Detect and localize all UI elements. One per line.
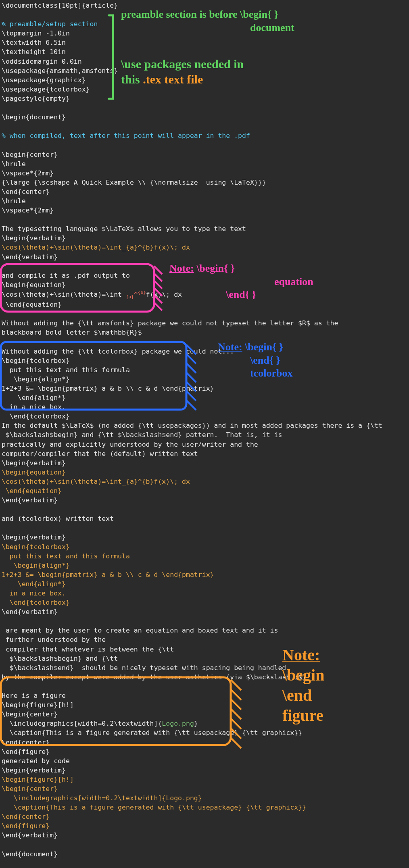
code-line: \begin{verbatim} xyxy=(2,766,407,775)
code-line: \end{center} xyxy=(2,187,407,196)
code-line: \vspace*{2mm} xyxy=(2,169,407,178)
code-line: \end{equation} xyxy=(2,486,407,495)
code-line: \documentclass[10pt]{article} xyxy=(2,1,407,10)
code-line xyxy=(2,337,407,346)
code-line: generated by code xyxy=(2,756,407,766)
code-line: and compile it as .pdf output to xyxy=(2,271,407,280)
code-line: \begin{verbatim} xyxy=(2,458,407,468)
code-line: Here is a figure xyxy=(2,691,407,700)
code-line: compiler that whatever is between the {\… xyxy=(2,645,407,654)
code-line: 1+2+3 &= \begin{pmatrix} a & b \\ c & d … xyxy=(2,384,407,393)
code-line: \caption{This is a figure generated with… xyxy=(2,728,407,737)
code-line: \begin{verbatim} xyxy=(2,533,407,542)
code-line: \end{figure} xyxy=(2,747,407,756)
code-line xyxy=(2,262,407,271)
code-line: % preamble/setup section xyxy=(2,19,407,29)
code-line: put this text and this formula xyxy=(2,552,407,561)
code-line: \hrule xyxy=(2,159,407,169)
code-line: \end{figure} xyxy=(2,821,407,831)
code-line xyxy=(2,616,407,626)
code-line: \usepackage{amsmath,amsfonts} xyxy=(2,66,407,75)
code-line: \usepackage{tcolorbox} xyxy=(2,85,407,94)
code-line xyxy=(2,122,407,131)
code-line xyxy=(2,682,407,691)
code-line: computer/compiler that the (default) wri… xyxy=(2,449,407,458)
code-line: 1+2+3 &= \begin{pmatrix} a & b \\ c & d … xyxy=(2,570,407,579)
code-line: \end{document} xyxy=(2,849,407,859)
code-line: \begin{equation} xyxy=(2,280,407,289)
code-line: \begin{align*} xyxy=(2,561,407,570)
code-line: \cos(\theta)+\sin(\theta)=\int {a}^{b}f(… xyxy=(2,289,407,300)
code-line: \begin{figure}[h!] xyxy=(2,775,407,784)
code-line: \topmargin -1.0in xyxy=(2,29,407,38)
code-line: in a nice box. xyxy=(2,589,407,598)
code-line: \begin{center} xyxy=(2,784,407,793)
code-line: \includegraphics[width=0.2\textwidth]{Lo… xyxy=(2,793,407,803)
code-line xyxy=(2,10,407,19)
code-line: \begin{tcolorbox} xyxy=(2,356,407,365)
code-line: in a nice box. xyxy=(2,402,407,412)
code-line: $\backslash$end} should be nicely typese… xyxy=(2,663,407,672)
code-line xyxy=(2,215,407,224)
code-line: \end{tcolorbox} xyxy=(2,598,407,607)
code-line: $\backslash$begin} and {\tt $\backslash$… xyxy=(2,430,407,439)
code-line: Without adding the {\tt amsfonts} packag… xyxy=(2,318,407,328)
code-line xyxy=(2,505,407,514)
code-line: and (tcolorbox) written text xyxy=(2,514,407,523)
code-line: \begin{verbatim} xyxy=(2,233,407,243)
code-line: \usepackage{graphicx} xyxy=(2,75,407,85)
code-line: % when compiled, text after this point w… xyxy=(2,131,407,140)
code-line xyxy=(2,840,407,849)
code-line: Without adding the {\tt tcolorbox} packa… xyxy=(2,347,407,356)
code-line: \hrule xyxy=(2,196,407,206)
code-line: \begin{figure}[h!] xyxy=(2,700,407,710)
code-line: \end{verbatim} xyxy=(2,607,407,616)
code-line xyxy=(2,309,407,318)
code-line: \end{align*} xyxy=(2,393,407,402)
code-line: further understood by the xyxy=(2,635,407,644)
code-listing: \documentclass[10pt]{article} % preamble… xyxy=(2,1,407,859)
code-line: \begin{tcolorbox} xyxy=(2,542,407,552)
code-line: \vspace*{2mm} xyxy=(2,206,407,215)
code-line: \oddsidemargin 0.0in xyxy=(2,57,407,66)
code-line: The typesetting language $\LaTeX$ allows… xyxy=(2,224,407,233)
code-line: {\large {\scshape A Quick Example \\ {\n… xyxy=(2,178,407,187)
code-line: blackboard bold letter $\mathbb{R}$ xyxy=(2,328,407,337)
code-line: \begin{document} xyxy=(2,112,407,122)
code-line: \end{equation} xyxy=(2,300,407,309)
code-line: \caption{This is a figure generated with… xyxy=(2,803,407,812)
code-line xyxy=(2,140,407,150)
code-line: \includegraphics[width=0.2\textwidth]{Lo… xyxy=(2,719,407,728)
code-line: In the default $\LaTeX$ (no added {\tt u… xyxy=(2,421,407,430)
code-line: \cos(\theta)+\sin(\theta)=\int_{a}^{b}f(… xyxy=(2,477,407,486)
code-line: \end{verbatim} xyxy=(2,252,407,262)
code-line: \begin{center} xyxy=(2,710,407,719)
code-line: by the compiler except were added by the… xyxy=(2,672,407,682)
code-line: \begin{align*} xyxy=(2,375,407,384)
code-line xyxy=(2,103,407,112)
code-line: \end{verbatim} xyxy=(2,831,407,840)
code-line: $\backslash$begin} and {\tt xyxy=(2,654,407,663)
code-line: \textheight 10in xyxy=(2,47,407,56)
code-line: \end{verbatim} xyxy=(2,495,407,505)
code-line: practically and explicitly understood by… xyxy=(2,440,407,449)
code-line: \end{center} xyxy=(2,812,407,821)
code-line: \begin{center} xyxy=(2,150,407,159)
code-line: \cos(\theta)+\sin(\theta)=\int_{a}^{b}f(… xyxy=(2,243,407,252)
code-line: \pagestyle{empty} xyxy=(2,94,407,103)
code-line: \end{tcolorbox} xyxy=(2,412,407,421)
code-line: put this text and this formula xyxy=(2,365,407,375)
code-line: \end{align*} xyxy=(2,579,407,589)
code-line: \end{center} xyxy=(2,738,407,747)
code-line: \textwidth 6.5in xyxy=(2,38,407,47)
code-line xyxy=(2,523,407,533)
code-line: \begin{equation} xyxy=(2,468,407,477)
code-line: are meant by the user to create an equat… xyxy=(2,626,407,635)
